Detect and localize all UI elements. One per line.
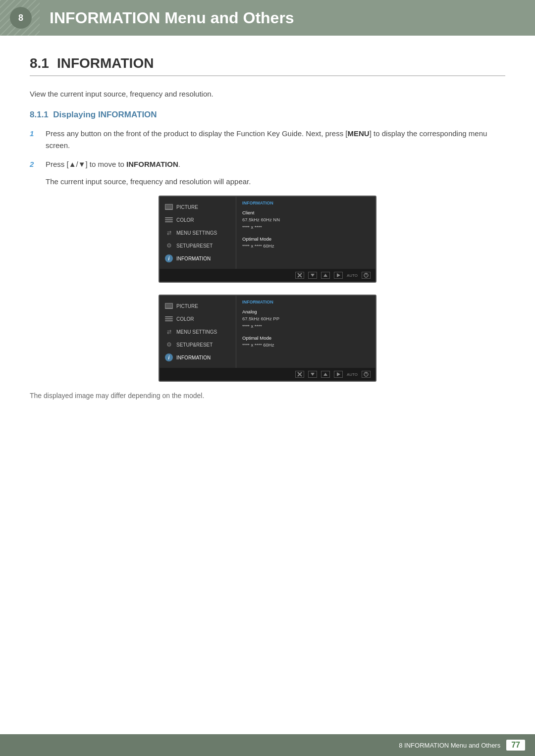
btn-up-2 bbox=[321, 371, 330, 378]
info-panel-1: INFORMATION Client 67.5kHz 60Hz NN **** … bbox=[236, 197, 375, 269]
screenshot-1: PICTURE COLOR ⇄ MENU SETTINGS bbox=[159, 196, 376, 283]
page-number: 77 bbox=[506, 740, 525, 751]
picture-icon bbox=[164, 203, 173, 210]
screenshots-container: PICTURE COLOR ⇄ MENU SETTINGS bbox=[30, 196, 505, 382]
menu-item-info-1: i INFORMATION bbox=[160, 252, 236, 265]
menu-panel-1: PICTURE COLOR ⇄ MENU SETTINGS bbox=[160, 197, 236, 269]
svg-marker-8 bbox=[337, 273, 340, 277]
info-panel-2: INFORMATION Analog 67.5kHz 60Hz PP **** … bbox=[236, 296, 375, 368]
info-icon: i bbox=[164, 255, 173, 262]
menu-item-info-2: i INFORMATION bbox=[160, 351, 236, 364]
step-2: 2 Press [▲/▼] to move to INFORMATION. bbox=[30, 158, 505, 170]
menu-item-setup-1: ⚙ SETUP&RESET bbox=[160, 239, 236, 252]
step-2-subtext: The current input source, frequency and … bbox=[30, 177, 505, 186]
main-content: 8.1INFORMATION View the current input so… bbox=[0, 36, 535, 439]
svg-marker-17 bbox=[337, 372, 340, 376]
menu-item-menusettings-1: ⇄ MENU SETTINGS bbox=[160, 226, 236, 239]
menu-settings-icon: ⇄ bbox=[164, 229, 173, 236]
subsection-heading: 8.1.1 Displaying INFORMATION bbox=[30, 110, 505, 120]
svg-rect-3 bbox=[165, 204, 172, 209]
svg-marker-6 bbox=[311, 274, 315, 277]
svg-rect-12 bbox=[165, 303, 172, 308]
setup-icon: ⚙ bbox=[164, 242, 173, 249]
picture-icon-2 bbox=[164, 302, 173, 309]
btn-x-2 bbox=[295, 371, 304, 378]
screen-2-display: PICTURE COLOR ⇄ MENU SETTINGS bbox=[160, 296, 375, 368]
menu-item-setup-2: ⚙ SETUP&RESET bbox=[160, 338, 236, 351]
btn-x-1 bbox=[295, 272, 304, 279]
setup-icon-2: ⚙ bbox=[164, 341, 173, 348]
color-icon-2 bbox=[164, 315, 173, 322]
btn-down-1 bbox=[308, 272, 317, 279]
chapter-badge: 8 bbox=[10, 7, 32, 29]
section-heading: 8.1INFORMATION bbox=[30, 55, 505, 76]
info-section-2b: Optimal Mode **** x **** 60Hz bbox=[242, 335, 370, 349]
svg-marker-16 bbox=[323, 373, 327, 376]
monitor-bottom-bar-2: AUTO bbox=[160, 368, 375, 381]
page-header: 8 INFORMATION Menu and Others bbox=[0, 0, 535, 36]
step-1: 1 Press any button on the front of the p… bbox=[30, 128, 505, 151]
section-intro: View the current input source, frequency… bbox=[30, 88, 505, 100]
btn-play-1 bbox=[334, 272, 343, 279]
svg-marker-15 bbox=[311, 373, 315, 376]
info-section-1b: Optimal Mode **** x **** 60Hz bbox=[242, 236, 370, 250]
color-icon bbox=[164, 216, 173, 223]
menu-item-menusettings-2: ⇄ MENU SETTINGS bbox=[160, 325, 236, 338]
menu-item-color-1: COLOR bbox=[160, 213, 236, 226]
page-footer: 8 INFORMATION Menu and Others 77 bbox=[0, 734, 535, 756]
monitor-bottom-bar-1: AUTO bbox=[160, 269, 375, 282]
btn-up-1 bbox=[321, 272, 330, 279]
info-icon-2: i bbox=[164, 354, 173, 361]
menu-settings-icon-2: ⇄ bbox=[164, 328, 173, 335]
info-section-1a: Client 67.5kHz 60Hz NN **** x **** bbox=[242, 209, 370, 231]
screen-1-display: PICTURE COLOR ⇄ MENU SETTINGS bbox=[160, 197, 375, 269]
footer-text: 8 INFORMATION Menu and Others bbox=[399, 742, 500, 749]
steps-list: 1 Press any button on the front of the p… bbox=[30, 128, 505, 170]
info-section-2a: Analog 67.5kHz 60Hz PP **** x **** bbox=[242, 308, 370, 330]
header-title: INFORMATION Menu and Others bbox=[50, 9, 294, 27]
menu-item-color-2: COLOR bbox=[160, 312, 236, 325]
btn-power-1 bbox=[362, 272, 371, 279]
svg-marker-7 bbox=[323, 274, 327, 277]
caption-text: The displayed image may differ depending… bbox=[30, 392, 505, 400]
menu-panel-2: PICTURE COLOR ⇄ MENU SETTINGS bbox=[160, 296, 236, 368]
btn-power-2 bbox=[362, 371, 371, 378]
btn-down-2 bbox=[308, 371, 317, 378]
screenshot-2: PICTURE COLOR ⇄ MENU SETTINGS bbox=[159, 295, 376, 382]
btn-play-2 bbox=[334, 371, 343, 378]
menu-item-picture-2: PICTURE bbox=[160, 300, 236, 312]
menu-item-picture-1: PICTURE bbox=[160, 201, 236, 213]
